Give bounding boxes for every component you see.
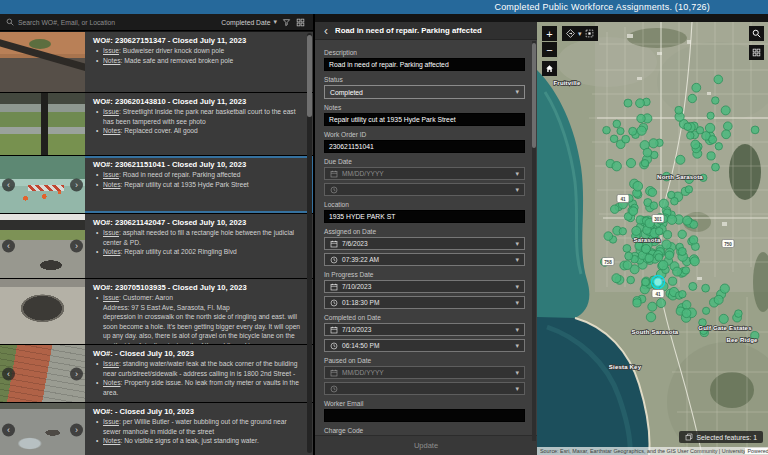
chevron-down-icon: ▾ [515,299,519,307]
work-order-issue: Issue: Road in need of repair. Parking a… [93,170,305,180]
time-picker[interactable]: ▾ [324,183,525,196]
work-order-photo [0,279,85,344]
search-input[interactable] [18,19,178,26]
chevron-down-icon: ▾ [515,369,519,377]
form-header: ‹ Road in need of repair. Parking affect… [315,22,537,40]
extent-icon[interactable] [585,29,594,38]
zoom-out-button[interactable]: − [542,42,557,57]
page-title: Completed Public Workforce Assignments. … [494,2,710,12]
work-order-list-item[interactable]: WO#: 230620143810 - Closed July 11, 2023… [0,93,313,155]
work-order-title: WO#: 230621151041 - Closed July 10, 2023 [93,160,305,169]
work-order-list-item[interactable]: WO#: 230705103935 - Closed July 10, 2023… [0,279,313,344]
text-field[interactable]: 1935 HYDE PARK ST [324,210,525,223]
panel-gap [315,14,537,22]
back-icon[interactable]: ‹ [324,26,328,36]
filter-icon[interactable] [282,18,291,27]
zoom-in-button[interactable]: + [542,26,557,41]
date-picker[interactable]: MM/DD/YYYY ▾ [324,167,525,180]
photo-next-icon[interactable]: › [70,367,83,380]
photo-prev-icon[interactable]: ‹ [2,178,15,191]
map-search-button[interactable] [749,26,764,41]
selected-features-text: Selected features: 1 [697,434,757,441]
chevron-down-icon: ▾ [515,326,519,334]
photo-prev-icon[interactable]: ‹ [2,240,15,253]
field-label: Work Order ID [324,131,525,138]
work-order-summary: WO#: 230627151347 - Closed July 11, 2023… [85,32,313,92]
clock-icon [330,385,338,393]
svg-text:Siesta Key: Siesta Key [609,364,642,370]
time-picker[interactable]: 07:39:22 AM ▾ [324,253,525,266]
date-picker[interactable]: 7/10/2023 ▾ [324,280,525,293]
clock-icon [330,186,338,194]
search-box[interactable] [6,18,216,26]
chevron-down-icon: ▾ [515,385,519,393]
text-field[interactable]: Road in need of repair. Parking affected [324,58,525,71]
list-scrollbar-thumb[interactable] [307,35,312,117]
layout-grid-icon[interactable] [296,18,305,27]
time-value: 06:14:50 PM [342,342,379,349]
date-picker[interactable]: 7/6/2023 ▾ [324,237,525,250]
time-picker[interactable]: 01:18:30 PM ▾ [324,296,525,309]
app-header: Completed Public Workforce Assignments. … [0,0,768,14]
svg-text:41: 41 [620,197,626,202]
map[interactable]: FruitvilleNorth SarasotaSarasotaSouth Sa… [537,22,768,455]
work-order-list-item[interactable]: ‹ › WO#: 230621151041 - Closed July 10, … [0,156,313,213]
work-order-summary: WO#: 230620143810 - Closed July 11, 2023… [85,93,313,155]
sort-selector[interactable]: Completed Date ▾ [221,18,277,26]
svg-text:Gulf Gate Estates: Gulf Gate Estates [698,325,752,331]
work-order-list-item[interactable]: ‹ › WO#: 230621142047 - Closed July 10, … [0,214,313,278]
field-label: Description [324,49,525,56]
calendar-icon [330,369,338,377]
text-field[interactable]: Repair utility cut at 1935 Hyde Park Str… [324,113,525,126]
chevron-down-icon: ▾ [273,18,277,26]
svg-text:North Sarasota: North Sarasota [657,174,703,180]
photo-next-icon[interactable]: › [70,240,83,253]
work-order-issue: Issue: Streetlight Inside the park near … [93,107,305,126]
chevron-down-icon[interactable]: ▾ [578,30,582,38]
text-field[interactable] [324,409,525,422]
clock-icon [330,256,338,264]
work-order-issue: Issue: per Willie Butler - water bubblin… [93,417,305,436]
work-order-summary: WO#: 230705103935 - Closed July 10, 2023… [85,279,313,344]
sort-label: Completed Date [221,19,270,26]
work-order-notes: Notes: No visible signs of a leak, just … [93,436,305,446]
date-value: 7/6/2023 [342,240,368,247]
directions-icon[interactable] [566,29,575,38]
chevron-down-icon: ▾ [515,186,519,194]
work-order-issue: Issue: Budweiser driver knock down pole [93,46,305,56]
work-order-notes: Notes: Repair utility cut at 2002 Ringli… [93,247,305,257]
work-order-summary: WO#: 230621151041 - Closed July 10, 2023… [85,156,313,213]
work-order-issue: Issue: standing water/water leak at the … [93,359,305,378]
select-field[interactable]: Completed ▾ [324,85,525,99]
work-order-list-item[interactable]: WO#: 230627151347 - Closed July 11, 2023… [0,32,313,92]
selected-feature-marker[interactable] [652,276,665,289]
home-button[interactable] [542,61,557,76]
text-field[interactable]: 230621151041 [324,140,525,153]
form-scrollbar-thumb[interactable] [532,43,536,148]
work-order-photo: ‹ › [0,156,85,213]
clock-icon [330,299,338,307]
search-icon [6,18,14,26]
photo-next-icon[interactable]: › [70,424,83,437]
work-order-summary: WO#: 230621142047 - Closed July 10, 2023… [85,214,313,278]
field-label: Paused on Date [324,357,525,364]
photo-prev-icon[interactable]: ‹ [2,424,15,437]
field-label: Charge Code [324,427,525,434]
photo-next-icon[interactable]: › [70,178,83,191]
work-order-list: WO#: 230627151347 - Closed July 11, 2023… [0,32,313,455]
chevron-down-icon: ▾ [515,170,519,178]
work-order-list-item[interactable]: ‹ › WO#: - Closed July 10, 2023 Issue: p… [0,403,313,455]
powered-by-esri: Powered by Esri [745,448,768,454]
svg-text:Fruitville: Fruitville [553,80,580,86]
form-scrollbar [532,41,536,441]
work-order-list-item[interactable]: ‹ › WO#: - Closed July 10, 2023 Issue: s… [0,345,313,402]
time-picker[interactable]: 06:14:50 PM ▾ [324,339,525,352]
basemap-gallery-button[interactable] [749,45,764,60]
work-order-panel: Completed Date ▾ WO#: 230627151347 - Clo… [0,14,313,455]
photo-prev-icon[interactable]: ‹ [2,367,15,380]
svg-text:750: 750 [724,242,732,247]
date-picker[interactable]: MM/DD/YYYY ▾ [324,366,525,379]
time-picker[interactable]: ▾ [324,382,525,395]
date-picker[interactable]: 7/10/2023 ▾ [324,323,525,336]
update-button[interactable]: Update [414,441,438,450]
